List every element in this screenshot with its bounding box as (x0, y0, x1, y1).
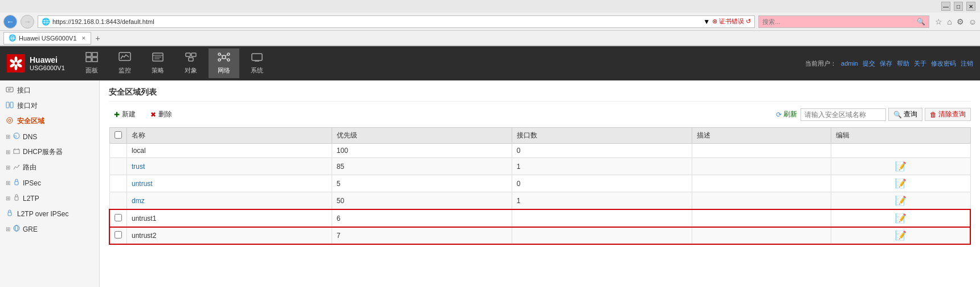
tab-favicon: 🌐 (9, 34, 17, 42)
strategy-icon (152, 52, 164, 65)
network-label: 网络 (218, 66, 230, 75)
svg-point-21 (227, 53, 230, 55)
home-icon[interactable]: ⌂ (947, 17, 952, 26)
refresh-icon[interactable]: ↺ (746, 18, 751, 25)
row-priority: 6 (332, 209, 512, 227)
sidebar-item-interface[interactable]: 接口 (0, 83, 99, 98)
sidebar-item-dhcp[interactable]: ⊞ DHCP服务器 (0, 144, 99, 160)
row-name: untrust (127, 175, 332, 192)
query-button[interactable]: 🔍 查询 (888, 108, 922, 121)
route-expand-icon: ⊞ (6, 164, 10, 171)
svg-text:D: D (14, 135, 17, 138)
new-tab-button[interactable]: + (96, 34, 100, 43)
submit-link[interactable]: 提交 (863, 59, 875, 68)
forward-button[interactable]: → (21, 15, 34, 29)
nav-item-system[interactable]: 系统 (242, 48, 272, 78)
row-priority: 85 (332, 158, 512, 175)
svg-point-49 (15, 225, 18, 231)
nav-item-object[interactable]: 对象 (175, 48, 206, 78)
table-row: local 100 0 (109, 144, 970, 158)
maximize-button[interactable]: □ (954, 2, 963, 11)
gre-icon (13, 224, 21, 234)
dhcp-icon (13, 147, 21, 157)
sidebar-item-l2tp[interactable]: ⊞ L2TP (0, 191, 99, 206)
sidebar-item-ipsec[interactable]: ⊞ IPSec (0, 175, 99, 191)
close-button[interactable]: ✕ (966, 2, 975, 11)
sidebar-item-security-zone[interactable]: 安全区域 (0, 114, 99, 129)
sidebar: 接口 接口对 安全区域 ⊞ D DNS (0, 80, 100, 287)
smiley-icon[interactable]: ☺ (969, 17, 977, 26)
edit-button[interactable]: 📝 (895, 179, 906, 188)
help-link[interactable]: 帮助 (897, 59, 909, 68)
username[interactable]: admin (841, 60, 858, 67)
delete-button[interactable]: ✖ 删除 (145, 107, 177, 122)
address-bar[interactable]: 🌐 https://192.168.0.1:8443/default.html … (38, 15, 755, 28)
svg-point-38 (9, 119, 11, 122)
edit-button[interactable]: 📝 (895, 161, 906, 171)
save-link[interactable]: 保存 (880, 59, 892, 68)
table-header-row: 名称 优先级 接口数 描述 编辑 (109, 128, 970, 144)
sidebar-item-l2tp-ipsec[interactable]: L2TP over IPSec (0, 206, 99, 221)
ipsec-label: IPSec (23, 179, 41, 187)
row-priority: 50 (332, 192, 512, 210)
star-icon[interactable]: ☆ (935, 17, 942, 26)
svg-line-24 (220, 55, 223, 56)
toolbar: ✚ 新建 ✖ 删除 ⟳ 刷新 🔍 查询 (109, 107, 971, 122)
dropdown-icon[interactable]: ▼ (703, 18, 710, 26)
table-row: untrust1 6 📝 (109, 209, 970, 227)
row-description (692, 192, 831, 210)
edit-button[interactable]: 📝 (895, 196, 906, 205)
select-all-checkbox[interactable] (115, 131, 122, 139)
edit-button[interactable]: 📝 (895, 231, 906, 240)
add-icon: ✚ (114, 111, 120, 119)
row-interfaces (512, 209, 692, 227)
zone-name-link[interactable]: untrust (132, 180, 153, 188)
zone-name: local (132, 147, 146, 155)
address-text: https://192.168.0.1:8443/default.html (52, 18, 701, 25)
nav-item-panel[interactable]: 面板 (76, 48, 107, 78)
security-zone-icon (6, 116, 14, 126)
zone-name-link[interactable]: dmz (132, 197, 145, 205)
query-label: 查询 (904, 110, 917, 119)
nav-item-monitor[interactable]: 监控 (109, 48, 140, 78)
minimize-button[interactable]: — (941, 2, 950, 11)
cert-error-text: 证书错误 (719, 17, 744, 26)
browser-search-bar[interactable]: 🔍 (758, 15, 929, 28)
sidebar-item-gre[interactable]: ⊞ GRE (0, 221, 99, 237)
svg-point-20 (218, 53, 220, 55)
svg-rect-16 (186, 53, 190, 56)
tab-close-button[interactable]: ✕ (81, 35, 86, 41)
change-password-link[interactable]: 修改密码 (931, 59, 956, 68)
row-checkbox-cell (109, 175, 127, 192)
content-area: 安全区域列表 ✚ 新建 ✖ 删除 ⟳ 刷新 (100, 80, 980, 287)
about-link[interactable]: 关于 (914, 59, 926, 68)
sidebar-item-dns[interactable]: ⊞ D DNS (0, 129, 99, 144)
row-checkbox[interactable] (115, 214, 122, 221)
dhcp-expand-icon: ⊞ (6, 149, 10, 155)
add-button[interactable]: ✚ 新建 (109, 107, 141, 122)
browser-tab[interactable]: 🌐 Huawei USG6000V1 ✕ (3, 32, 91, 45)
nav-item-network[interactable]: 网络 (209, 48, 239, 78)
edit-button[interactable]: 📝 (895, 213, 906, 223)
row-checkbox[interactable] (115, 231, 122, 239)
settings-icon[interactable]: ⚙ (957, 17, 964, 26)
th-name: 名称 (127, 128, 332, 144)
sidebar-item-route[interactable]: ⊞ 路由 (0, 160, 99, 175)
browser-search-input[interactable] (762, 18, 917, 25)
refresh-button[interactable]: ⟳ 刷新 (776, 110, 797, 119)
clear-button[interactable]: 🗑 清除查询 (925, 108, 971, 121)
refresh-area: ⟳ 刷新 🔍 查询 🗑 清除查询 (776, 108, 971, 121)
user-prefix: 当前用户： (805, 59, 836, 68)
refresh-icon: ⟳ (776, 111, 782, 119)
nav-item-strategy[interactable]: 策略 (142, 48, 173, 78)
zone-search-input[interactable] (801, 108, 886, 121)
row-edit: 📝 (831, 175, 970, 192)
zone-name-link[interactable]: trust (132, 163, 145, 171)
browser-toolbar: ← → 🌐 https://192.168.0.1:8443/default.h… (0, 13, 980, 31)
search-icon[interactable]: 🔍 (917, 18, 925, 26)
cert-error[interactable]: ⊗ 证书错误 ↺ (712, 17, 751, 26)
logout-link[interactable]: 注销 (961, 59, 973, 68)
sidebar-item-interface-pair[interactable]: 接口对 (0, 98, 99, 114)
sidebar-group-ipsec: ⊞ IPSec (0, 175, 99, 191)
back-button[interactable]: ← (3, 15, 17, 29)
